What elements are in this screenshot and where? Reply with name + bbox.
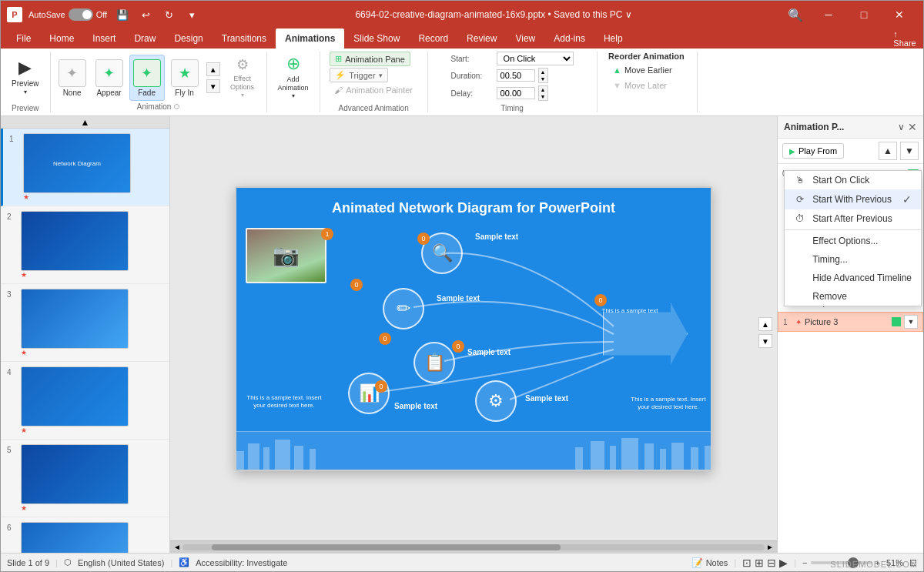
slide-thumbnail-6[interactable]: 6 ★ [1,517,169,553]
move-earlier-button[interactable]: ▲ Move Earlier [608,64,685,76]
tab-home[interactable]: Home [40,28,83,49]
ctx-start-with-previous[interactable]: ⟳ Start With Previous ✓ [785,189,921,209]
delay-spinner[interactable]: ▲ ▼ [538,85,548,101]
tab-transitions[interactable]: Transitions [213,28,276,49]
save-icon[interactable]: 💾 [113,5,132,24]
animation-scroll-up[interactable]: ▲ [206,62,220,76]
scroll-left-btn[interactable]: ◄ [172,543,182,551]
tab-animations[interactable]: Animations [276,28,344,49]
animation-fade[interactable]: ✦ Fade [129,55,165,101]
delay-input[interactable] [497,87,535,99]
slide-num-2: 2 [7,212,16,221]
node-chart: 📊 [348,373,390,414]
preview-button[interactable]: ▶ Preview ▾ [7,54,44,100]
share-icon[interactable]: ↑ Share [896,29,914,48]
tab-review[interactable]: Review [457,28,506,49]
customize-qat-icon[interactable]: ▾ [182,5,201,24]
maximize-button[interactable]: □ [846,1,882,28]
tab-draw[interactable]: Draw [125,28,165,49]
ctx-start-on-click[interactable]: 🖱 Start On Click [785,171,921,189]
trigger-button[interactable]: ⚡ Trigger ▾ [330,68,387,82]
duration-input[interactable] [497,69,535,82]
tab-slideshow[interactable]: Slide Show [344,28,409,49]
animation-panel-toolbar: ▶ Play From ▲ ▼ [778,139,923,164]
animation-flyin[interactable]: ★ Fly In [168,55,202,101]
tab-file[interactable]: File [7,28,40,49]
svg-rect-1 [248,443,259,470]
ribbon-group-animation: ✦ None ✦ Appear ✦ Fade [51,52,267,112]
play-from-button[interactable]: ▶ Play From [782,143,844,159]
autosave-toggle[interactable] [69,8,93,21]
notes-button[interactable]: 📝 Notes [691,557,728,568]
animation-panel-close[interactable]: ✕ [908,121,917,133]
start-select[interactable]: On Click With Previous After Previous [497,52,574,65]
slide-thumbnail-4[interactable]: 4 ★ [1,362,169,440]
animation-appear[interactable]: ✦ Appear [92,55,126,101]
duration-up[interactable]: ▲ [539,69,547,75]
accessibility-icon: ⬡ [64,557,72,567]
zoom-out-btn[interactable]: − [802,558,807,567]
tab-design[interactable]: Design [165,28,212,49]
slide-thumbnail-1[interactable]: 1 Network Diagram ★ [1,129,169,206]
main-area: ▲ 1 Network Diagram ★ 2 ★ [1,116,923,553]
tab-help[interactable]: Help [594,28,632,49]
ctx-remove[interactable]: Remove [785,287,921,306]
view-buttons: ⊡ ⊞ ⊟ ▶ [742,557,788,569]
minimize-button[interactable]: ─ [811,1,846,28]
ctx-hide-timeline[interactable]: Hide Advanced Timeline [785,269,921,287]
tab-insert[interactable]: Insert [83,28,125,49]
delay-down[interactable]: ▼ [539,93,547,100]
slide-3-thumb [21,289,129,349]
undo-icon[interactable]: ↩ [136,5,155,24]
ctx-start-after-previous[interactable]: ⏱ Start After Previous [785,209,921,228]
accessibility-check-icon: ♿ [179,557,189,567]
nav-down[interactable]: ▼ [758,334,772,348]
language-label: English (United States) [78,558,165,567]
animation-pane-button[interactable]: ⊞ Animation Pane [330,52,410,66]
slide-title: Animated Network Diagram for PowerPoint [236,188,711,222]
ctx-remove-label: Remove [812,291,847,302]
title-filename: 6694-02-creative-diagram-animated-16x9.p… [207,9,780,20]
scroll-thumb[interactable] [212,544,561,550]
add-animation-button[interactable]: ⊕ AddAnimation ▾ [273,54,313,100]
ribbon-group-timing: Start: On Click With Previous After Prev… [428,52,598,112]
animation-panel-collapse[interactable]: ∨ [898,122,905,132]
move-later-button[interactable]: ▼ Move Later [608,79,685,92]
photo-element: 📷 [246,228,326,283]
tab-record[interactable]: Record [409,28,457,49]
normal-view-btn[interactable]: ⊡ [742,557,752,569]
svg-rect-3 [275,440,290,470]
slide-thumbnail-5[interactable]: 5 ★ [1,440,169,517]
ctx-effect-options[interactable]: Effect Options... [785,232,921,250]
search-icon[interactable]: 🔍 [786,5,805,24]
checkmark-icon: ✓ [902,193,912,206]
anim-item-picture3[interactable]: 1 ✦ Picture 3 ▼ [778,312,923,332]
panel-move-up[interactable]: ▲ [879,142,897,160]
animation-expand-icon[interactable]: ⬡ [174,103,179,110]
picture3-dropdown[interactable]: ▼ [904,315,918,329]
duration-spinner[interactable]: ▲ ▼ [538,68,548,83]
slide-sorter-btn[interactable]: ⊞ [755,557,764,569]
duration-down[interactable]: ▼ [539,75,547,82]
slide-thumbnail-3[interactable]: 3 ★ [1,284,169,362]
node-pencil: ✏ [383,288,424,329]
nav-up[interactable]: ▲ [758,317,772,331]
animation-none[interactable]: ✦ None [55,55,89,101]
ribbon-content: ▶ Preview ▾ Preview ✦ None [1,49,923,116]
redo-icon[interactable]: ↻ [159,5,178,24]
animation-scroll-down[interactable]: ▼ [206,79,220,93]
slide-thumbnail-2[interactable]: 2 ★ [1,206,169,284]
tab-addins[interactable]: Add-ins [544,28,594,49]
close-button[interactable]: ✕ [882,1,917,28]
scroll-right-btn[interactable]: ► [765,543,775,551]
panel-move-down[interactable]: ▼ [900,142,919,160]
slide-panel-scroll-up[interactable]: ▲ [1,116,169,129]
tab-view[interactable]: View [506,28,544,49]
delay-up[interactable]: ▲ [539,86,547,93]
effect-options-button[interactable]: ⚙ EffectOptions ▾ [223,55,262,101]
reading-view-btn[interactable]: ⊟ [767,557,776,569]
ctx-timing[interactable]: Timing... [785,250,921,269]
ctx-start-after-prev-label: Start After Previous [812,213,892,224]
slideshow-btn[interactable]: ▶ [779,557,788,569]
canvas-scrollbar[interactable]: ◄ ► [170,540,777,553]
